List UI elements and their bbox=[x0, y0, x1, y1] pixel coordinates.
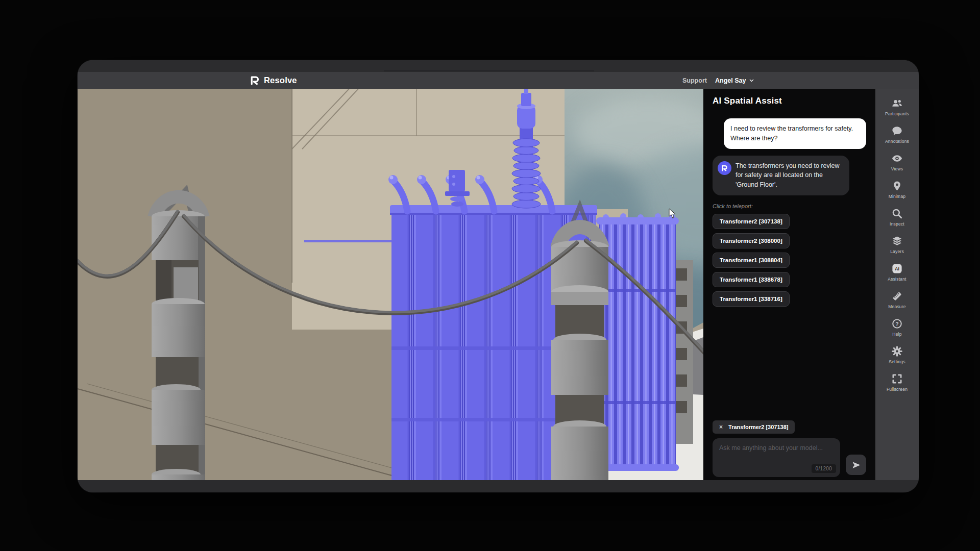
context-chip[interactable]: × Transformer2 [307138] bbox=[713, 420, 795, 434]
support-link[interactable]: Support bbox=[682, 72, 707, 89]
send-button[interactable] bbox=[846, 455, 866, 475]
sidebar-item-annotations[interactable]: Annotations bbox=[875, 120, 919, 148]
teleport-button-transformer2-308000[interactable]: Transformer2 [308000] bbox=[713, 233, 790, 248]
user-message-bubble: I need to review the transformers for sa… bbox=[724, 118, 866, 149]
sidebar-label: Minimap bbox=[889, 194, 906, 199]
send-icon bbox=[852, 461, 861, 469]
sidebar-item-assistant[interactable]: AI Assistant bbox=[875, 258, 919, 286]
chevron-down-icon bbox=[749, 78, 754, 83]
teleport-target-list: Transformer2 [307138] Transformer2 [3080… bbox=[713, 214, 866, 307]
sidebar-label: Annotations bbox=[885, 139, 909, 144]
minimap-icon bbox=[891, 180, 903, 192]
app-window: Resolve Support Angel Say bbox=[78, 60, 919, 492]
fullscreen-icon bbox=[891, 373, 903, 385]
pillar-right bbox=[551, 205, 608, 480]
assistant-avatar bbox=[718, 161, 731, 175]
user-menu[interactable]: Angel Say bbox=[715, 72, 754, 89]
window-chrome-strip bbox=[78, 60, 919, 72]
sidebar-item-participants[interactable]: Participants bbox=[875, 93, 919, 120]
sidebar-label: Fullscreen bbox=[887, 387, 908, 392]
panel-title: AI Spatial Assist bbox=[713, 96, 866, 106]
window-footer-strip bbox=[78, 480, 919, 492]
sidebar-item-views[interactable]: Views bbox=[875, 148, 919, 176]
participants-icon bbox=[891, 97, 903, 109]
views-icon bbox=[891, 153, 903, 164]
user-name: Angel Say bbox=[715, 77, 746, 84]
sidebar-item-help[interactable]: ? Help bbox=[875, 313, 919, 341]
sidebar-item-settings[interactable]: Settings bbox=[875, 341, 919, 368]
char-counter: 0/1200 bbox=[812, 464, 836, 473]
tool-sidebar: Participants Annotations Views bbox=[875, 89, 919, 480]
sidebar-label: Assistant bbox=[888, 277, 906, 282]
sidebar-item-measure[interactable]: Measure bbox=[875, 286, 919, 313]
help-glyph: ? bbox=[895, 320, 898, 327]
sidebar-item-inspect[interactable]: Inspect bbox=[875, 203, 919, 231]
sidebar-label: Measure bbox=[888, 304, 905, 309]
settings-icon bbox=[891, 345, 903, 357]
sidebar-label: Views bbox=[891, 166, 903, 171]
measure-icon bbox=[891, 290, 903, 302]
chip-close-icon[interactable]: × bbox=[719, 424, 723, 430]
model-scene bbox=[78, 89, 703, 480]
message-input-box: 0/1200 bbox=[713, 438, 840, 477]
teleport-button-transformer1-308804[interactable]: Transformer1 [308804] bbox=[713, 253, 790, 268]
sidebar-item-fullscreen[interactable]: Fullscreen bbox=[875, 368, 919, 396]
top-bar: Resolve Support Angel Say bbox=[78, 72, 919, 89]
help-icon: ? bbox=[891, 318, 903, 330]
inspect-icon bbox=[891, 208, 903, 219]
composer-area: × Transformer2 [307138] 0/1200 bbox=[713, 420, 866, 477]
3d-viewport[interactable] bbox=[78, 89, 703, 480]
assistant-message-text: The transformers you need to review for … bbox=[736, 162, 840, 189]
chrome-divider-line bbox=[384, 70, 594, 71]
sidebar-label: Layers bbox=[890, 249, 904, 254]
annotations-icon bbox=[891, 125, 903, 137]
sidebar-label: Help bbox=[892, 332, 901, 337]
ai-spatial-assist-panel: AI Spatial Assist I need to review the t… bbox=[703, 89, 875, 480]
assistant-icon: AI bbox=[891, 263, 903, 274]
layers-icon bbox=[891, 235, 903, 247]
teleport-hint: Click to teleport: bbox=[713, 203, 866, 209]
resolve-logo-icon bbox=[250, 76, 260, 85]
sidebar-label: Settings bbox=[889, 359, 905, 364]
assistant-badge-text: AI bbox=[895, 266, 899, 271]
logo-text: Resolve bbox=[264, 76, 297, 85]
teleport-button-transformer1-338716[interactable]: Transformer1 [338716] bbox=[713, 291, 790, 307]
resolve-avatar-icon bbox=[721, 165, 728, 171]
assistant-message-bubble: The transformers you need to review for … bbox=[713, 156, 849, 195]
teleport-button-transformer2-307138[interactable]: Transformer2 [307138] bbox=[713, 214, 790, 229]
sidebar-item-minimap[interactable]: Minimap bbox=[875, 176, 919, 203]
sidebar-label: Inspect bbox=[890, 221, 904, 227]
resolve-logo: Resolve bbox=[250, 72, 297, 89]
sidebar-label: Participants bbox=[885, 111, 909, 116]
teleport-button-transformer1-338678[interactable]: Transformer1 [338678] bbox=[713, 272, 790, 287]
chip-label: Transformer2 [307138] bbox=[728, 424, 788, 430]
sidebar-item-layers[interactable]: Layers bbox=[875, 231, 919, 258]
